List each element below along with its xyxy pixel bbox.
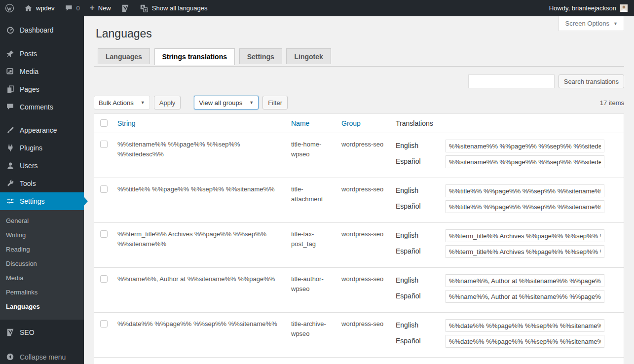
translations-cell: English Español bbox=[391, 268, 624, 313]
sidebar-item-posts[interactable]: Posts bbox=[0, 45, 84, 63]
column-header-name[interactable]: Name bbox=[291, 119, 309, 127]
bulk-actions-select[interactable]: Bulk Actions ▼ bbox=[94, 96, 150, 109]
language-label-english: English bbox=[396, 275, 446, 286]
sidebar-item-seo[interactable]: SEO bbox=[0, 324, 84, 341]
translation-input-spanish[interactable] bbox=[446, 155, 604, 168]
translation-input-spanish[interactable] bbox=[446, 200, 604, 213]
translation-input-english[interactable] bbox=[446, 184, 604, 197]
translation-input-spanish[interactable] bbox=[446, 290, 604, 303]
new-content-menu[interactable]: + New bbox=[85, 0, 116, 16]
show-all-languages-menu[interactable]: Show all languages bbox=[135, 0, 213, 16]
sidebar-item-comments[interactable]: Comments bbox=[0, 98, 84, 115]
sidebar-item-dashboard[interactable]: Dashboard bbox=[0, 21, 84, 39]
apply-button[interactable]: Apply bbox=[154, 96, 181, 109]
screen-options-button[interactable]: Screen Options ▼ bbox=[559, 16, 624, 31]
sidebar-item-media[interactable]: Media bbox=[0, 63, 84, 80]
row-checkbox[interactable] bbox=[100, 320, 108, 328]
table-row: %%date%% %%page%% %%sep%% %%sitename%% t… bbox=[94, 313, 624, 358]
row-checkbox[interactable] bbox=[100, 185, 108, 193]
group-filter-select[interactable]: View all groups ▼ bbox=[194, 96, 259, 109]
yoast-seo-icon bbox=[5, 328, 15, 337]
strings-table-body: %%sitename%% %%page%% %%sep%% %%sitedesc… bbox=[94, 133, 624, 364]
tab-bar: Languages Strings translations Settings … bbox=[94, 48, 624, 67]
table-row: %%name%%, Author at %%sitename%% %%page%… bbox=[94, 268, 624, 313]
group-cell: wordpress-seo bbox=[336, 178, 391, 223]
submenu-item-media[interactable]: Media bbox=[0, 271, 84, 285]
filter-button[interactable]: Filter bbox=[262, 96, 288, 109]
submenu-item-permalinks[interactable]: Permalinks bbox=[0, 285, 84, 299]
tab-lingotek[interactable]: Lingotek bbox=[286, 48, 331, 64]
group-filter-label: View all groups bbox=[199, 99, 242, 107]
string-cell: %%term_title%% Archives %%page%% %%sep%%… bbox=[112, 223, 286, 268]
sidebar-item-settings[interactable]: Settings bbox=[0, 192, 84, 210]
comment-count: 0 bbox=[76, 4, 80, 12]
site-name-menu[interactable]: wpdev bbox=[19, 0, 60, 16]
sidebar-item-label: Tools bbox=[20, 180, 36, 187]
sidebar-item-plugins[interactable]: Plugins bbox=[0, 139, 84, 157]
translation-input-spanish[interactable] bbox=[446, 335, 604, 348]
chevron-down-icon: ▼ bbox=[249, 100, 254, 105]
group-cell: wordpress-seo bbox=[336, 223, 391, 268]
submenu-item-reading[interactable]: Reading bbox=[0, 242, 84, 256]
translation-input-english[interactable] bbox=[446, 319, 604, 332]
select-all-checkbox[interactable] bbox=[100, 119, 108, 127]
string-cell: %%title%% %%page%% %%sep%% %%sitename%% bbox=[112, 178, 286, 223]
avatar bbox=[620, 4, 628, 12]
search-translations-button[interactable]: Search translations bbox=[559, 74, 624, 88]
submenu-item-general[interactable]: General bbox=[0, 214, 84, 228]
submenu-item-writing[interactable]: Writing bbox=[0, 228, 84, 242]
toolbar: Bulk Actions ▼ Apply View all groups ▼ F… bbox=[94, 95, 624, 110]
translation-input-english[interactable] bbox=[446, 229, 604, 242]
language-label-english: English bbox=[396, 320, 446, 331]
yoast-seo-menu[interactable] bbox=[116, 0, 135, 16]
user-icon bbox=[5, 161, 15, 170]
tab-languages[interactable]: Languages bbox=[98, 48, 150, 64]
tab-strings-translations[interactable]: Strings translations bbox=[154, 48, 235, 65]
dashboard-icon bbox=[5, 26, 15, 35]
collapse-menu-label: Collapse menu bbox=[20, 353, 66, 361]
sidebar-item-label: Dashboard bbox=[20, 26, 54, 34]
sidebar-item-label: Plugins bbox=[20, 144, 42, 152]
search-translations-input[interactable] bbox=[468, 74, 555, 88]
row-checkbox[interactable] bbox=[100, 275, 108, 283]
pushpin-icon bbox=[5, 49, 15, 58]
translation-input-english[interactable] bbox=[446, 274, 604, 287]
sidebar-item-label: Settings bbox=[20, 197, 45, 205]
sidebar-item-appearance[interactable]: Appearance bbox=[0, 121, 84, 139]
row-checkbox[interactable] bbox=[100, 141, 108, 148]
translation-input-english[interactable] bbox=[446, 140, 604, 152]
sidebar-item-pages[interactable]: Pages bbox=[0, 80, 84, 98]
table-row: %%title%% %%page%% %%sep%% %%sitename%% … bbox=[94, 178, 624, 223]
sidebar-item-label: SEO bbox=[20, 328, 35, 336]
translation-input-spanish[interactable] bbox=[446, 245, 604, 258]
howdy-account-menu[interactable]: Howdy, brianleejackson bbox=[544, 0, 628, 16]
submenu-item-discussion[interactable]: Discussion bbox=[0, 256, 84, 271]
sidebar-item-tools[interactable]: Tools bbox=[0, 175, 84, 192]
sidebar-item-label: Users bbox=[20, 162, 38, 170]
chevron-down-icon: ▼ bbox=[613, 21, 618, 26]
string-cell: %%name%%, Author at %%sitename%% %%page%… bbox=[112, 268, 286, 313]
strings-table: String Name Group Translations %%sitenam… bbox=[94, 113, 624, 364]
name-cell: title-search-wpseo bbox=[286, 358, 336, 364]
sidebar-item-users[interactable]: Users bbox=[0, 157, 84, 175]
sidebar-item-label: Comments bbox=[20, 103, 53, 111]
comments-icon bbox=[5, 103, 15, 111]
language-label-spanish: Español bbox=[396, 201, 446, 212]
column-header-translations: Translations bbox=[396, 119, 433, 127]
wordpress-logo-menu[interactable] bbox=[0, 0, 19, 16]
tab-settings[interactable]: Settings bbox=[239, 48, 282, 64]
string-cell: You searched for %%searchphrase%% %%page… bbox=[112, 358, 286, 364]
comments-menu[interactable]: 0 bbox=[60, 0, 85, 16]
sidebar-item-label: Posts bbox=[20, 50, 37, 58]
main-content: Screen Options ▼ Languages Languages Str… bbox=[84, 16, 634, 364]
language-label-english: English bbox=[396, 230, 446, 241]
submenu-item-languages[interactable]: Languages bbox=[0, 299, 84, 314]
translations-cell: English Español bbox=[391, 133, 624, 178]
row-checkbox[interactable] bbox=[100, 230, 108, 238]
name-cell: title-archive-wpseo bbox=[286, 313, 336, 358]
collapse-menu-button[interactable]: Collapse menu bbox=[0, 348, 84, 364]
name-cell: title-tax-post_tag bbox=[286, 223, 336, 268]
column-header-string[interactable]: String bbox=[117, 119, 136, 127]
languages-icon bbox=[140, 4, 149, 13]
column-header-group[interactable]: Group bbox=[341, 119, 361, 127]
